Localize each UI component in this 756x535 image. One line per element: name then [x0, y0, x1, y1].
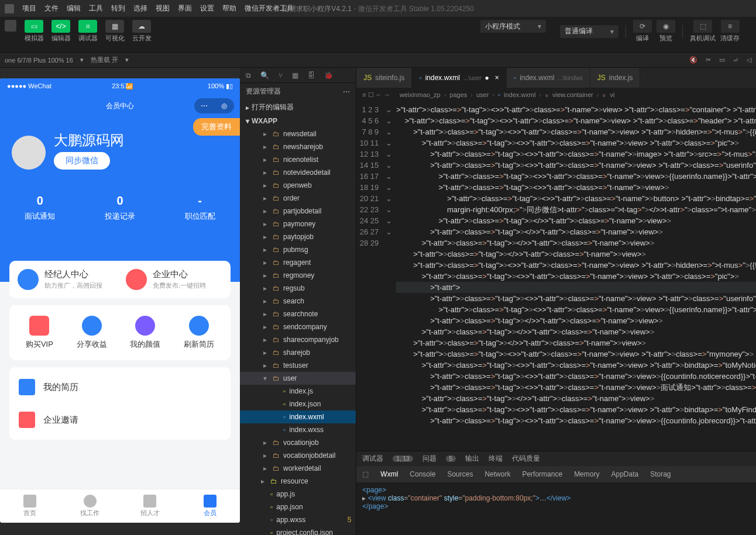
- devtab-storage[interactable]: Storag: [650, 470, 671, 478]
- debug-tab-problems[interactable]: 问题: [422, 454, 437, 464]
- tree-regmoney[interactable]: ▸🗀regmoney: [240, 269, 356, 282]
- tree-order[interactable]: ▸🗀order: [240, 192, 356, 205]
- devtab-console[interactable]: Console: [410, 470, 435, 478]
- tree-regsub[interactable]: ▸🗀regsub: [240, 282, 356, 295]
- menu-file[interactable]: 文件: [44, 4, 59, 13]
- devtab-appdata[interactable]: AppData: [611, 470, 638, 478]
- tree-paytopjob[interactable]: ▸🗀paytopjob: [240, 230, 356, 243]
- tree-newsdetail[interactable]: ▸🗀newsdetail: [240, 127, 356, 140]
- menu-edit[interactable]: 编辑: [67, 4, 81, 13]
- bug-icon[interactable]: 🐞: [324, 71, 333, 80]
- capsule-menu-button[interactable]: ⋯: [194, 98, 214, 113]
- tree-user[interactable]: ▾🗀user: [240, 372, 356, 385]
- grid-vip[interactable]: 购买VIP: [26, 316, 53, 350]
- complete-profile-button[interactable]: 完善资料: [193, 118, 240, 136]
- menu-help[interactable]: 帮助: [222, 4, 236, 13]
- tree-index.wxss[interactable]: ▫index.wxss: [240, 423, 356, 436]
- files-icon[interactable]: ⧉: [246, 71, 251, 80]
- grid-share[interactable]: 分享收益: [77, 316, 107, 350]
- tab-home[interactable]: 首页: [0, 489, 60, 523]
- stat-match[interactable]: -职位匹配: [185, 194, 215, 222]
- tree-index.json[interactable]: ▫index.json: [240, 398, 356, 410]
- tree-paymoney[interactable]: ▸🗀paymoney: [240, 218, 356, 230]
- menu-goto[interactable]: 转到: [111, 4, 125, 13]
- ext-icon[interactable]: ▦: [292, 71, 298, 80]
- inspect-icon[interactable]: ⬚: [362, 470, 369, 478]
- tab-member[interactable]: 会员: [180, 489, 240, 523]
- device-select[interactable]: one 6/7/8 Plus 100% 16: [5, 57, 73, 64]
- tree-index.js[interactable]: ▫index.js: [240, 385, 356, 398]
- tree-project.config.json[interactable]: ▫project.config.json: [240, 526, 356, 535]
- debugger-toggle[interactable]: ⌗调试器: [76, 20, 99, 43]
- sync-wechat-button[interactable]: 同步微信: [54, 152, 110, 170]
- tree-search[interactable]: ▸🗀search: [240, 295, 356, 308]
- mode-select[interactable]: 小程序模式: [480, 20, 546, 33]
- tree-vocationjobdetail[interactable]: ▸🗀vocationjobdetail: [240, 449, 356, 462]
- simulator-toggle[interactable]: ▭模拟器: [22, 20, 46, 43]
- more-icon[interactable]: ⋯: [343, 88, 350, 96]
- menu-select[interactable]: 选择: [133, 4, 147, 13]
- editor-toggle[interactable]: </>编辑器: [49, 20, 73, 43]
- search-icon[interactable]: 🔍: [260, 71, 269, 80]
- tree-app.json[interactable]: ▫app.json: [240, 501, 356, 513]
- tree-testuser[interactable]: ▸🗀testuser: [240, 359, 356, 372]
- stat-interview[interactable]: 0面试通知: [25, 194, 55, 222]
- tab-jobs[interactable]: 找工作: [60, 489, 121, 523]
- hot-reload-toggle[interactable]: 热重载 开: [91, 56, 118, 64]
- compile-select[interactable]: 普通编译: [560, 25, 618, 38]
- rotate-icon[interactable]: ⤾: [733, 56, 738, 64]
- grid-refresh[interactable]: 刷新简历: [184, 316, 214, 350]
- tree-resource[interactable]: ▸🗀resource: [240, 475, 356, 488]
- devtab-memory[interactable]: Memory: [574, 470, 599, 478]
- company-center[interactable]: 企业中心免费发布,一键招聘: [126, 269, 222, 290]
- menu-devtools[interactable]: 微信开发者工具: [245, 4, 294, 13]
- clear-cache-button[interactable]: ≡: [721, 20, 740, 33]
- breadcrumb[interactable]: ≡ ☐ ← → weixinmao_zp› pages› user› ▫inde…: [356, 88, 756, 102]
- tree-pubmsg[interactable]: ▸🗀pubmsg: [240, 243, 356, 256]
- tree-index.wxml[interactable]: ▫index.wxml: [240, 410, 356, 423]
- list-resume[interactable]: 我的简历: [19, 371, 221, 403]
- code-editor[interactable]: 1 2 3 4 5 6 7 8 9 10 11 12 13 14 15 16 1…: [356, 102, 756, 451]
- editor-tab-index.js[interactable]: JSindex.js: [590, 68, 641, 88]
- tree-notevideodetail[interactable]: ▸🗀notevideodetail: [240, 166, 356, 179]
- avatar[interactable]: [12, 136, 46, 170]
- tree-sendcompany[interactable]: ▸🗀sendcompany: [240, 320, 356, 333]
- tree-workerdetail[interactable]: ▸🗀workerdetail: [240, 462, 356, 475]
- tree-app.js[interactable]: ▫app.js: [240, 488, 356, 501]
- devtab-performance[interactable]: Performance: [522, 470, 562, 478]
- tree-searchnote[interactable]: ▸🗀searchnote: [240, 308, 356, 320]
- menu-settings[interactable]: 设置: [200, 4, 214, 13]
- cloud-toggle[interactable]: ☁云开发: [130, 20, 153, 43]
- back-icon[interactable]: ◁: [747, 56, 751, 64]
- editor-tab-siteinfo.js[interactable]: JSsiteinfo.js: [356, 68, 412, 88]
- visual-toggle[interactable]: ▦可视化: [103, 20, 126, 43]
- tree-vocationjob[interactable]: ▸🗀vocationjob: [240, 436, 356, 449]
- menu-ui[interactable]: 界面: [178, 4, 192, 13]
- cut-icon[interactable]: ✂: [706, 56, 711, 64]
- tree-newsharejob[interactable]: ▸🗀newsharejob: [240, 140, 356, 153]
- agent-center[interactable]: 经纪人中心助力推广，高佣回报: [18, 269, 114, 290]
- tree-openweb[interactable]: ▸🗀openweb: [240, 179, 356, 192]
- menu-project[interactable]: 项目: [22, 4, 36, 13]
- devtab-wxml[interactable]: Wxml: [380, 470, 398, 478]
- debug-tab-output[interactable]: 输出: [465, 454, 479, 464]
- tree-partjobdetail[interactable]: ▸🗀partjobdetail: [240, 205, 356, 218]
- grid-face[interactable]: 我的颜值: [130, 316, 160, 350]
- menu-tools[interactable]: 工具: [89, 4, 103, 13]
- compile-button[interactable]: ⟳: [633, 20, 652, 33]
- tree-sharejob[interactable]: ▸🗀sharejob: [240, 346, 356, 359]
- mute-icon[interactable]: 🔇: [689, 56, 697, 64]
- open-editors-section[interactable]: ▸ 打开的编辑器: [240, 100, 356, 115]
- tree-sharecompanyjob[interactable]: ▸🗀sharecompanyjob: [240, 333, 356, 346]
- devtools-output[interactable]: <page> ▸ <view class="container" style="…: [356, 482, 756, 535]
- phone-icon[interactable]: ▭: [719, 56, 725, 64]
- capsule-close-button[interactable]: ◎: [214, 98, 234, 113]
- gutter-icons[interactable]: ≡ ☐ ← →: [362, 91, 390, 99]
- tree-app.wxss[interactable]: ▫app.wxss5: [240, 513, 356, 526]
- tree-nicenotelist[interactable]: ▸🗀nicenotelist: [240, 153, 356, 166]
- remote-debug-button[interactable]: ⬚: [693, 20, 712, 33]
- list-invite[interactable]: 企业邀请: [19, 403, 221, 436]
- tree-regagent[interactable]: ▸🗀regagent: [240, 256, 356, 269]
- root-section[interactable]: ▾ WXAPP: [240, 115, 356, 127]
- stat-delivery[interactable]: 0投递记录: [105, 194, 135, 222]
